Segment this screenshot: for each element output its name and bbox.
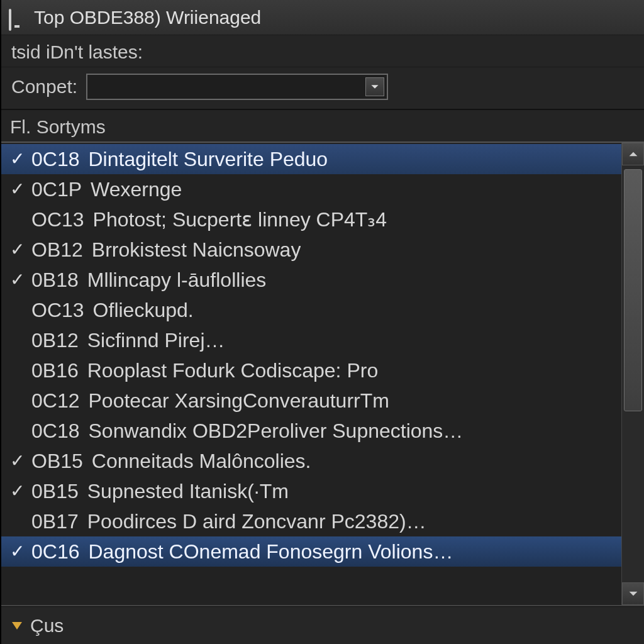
list-item[interactable]: ✓0B18Mllincapy l-āuflollies — [1, 265, 621, 295]
list-item[interactable]: 0B17Poodirces D aird Zoncvanr Pc2382)… — [1, 506, 621, 536]
subheader-label: tsid iDn't lastes: — [1, 35, 644, 67]
list-item[interactable]: OC13Oflieckupd. — [1, 295, 621, 325]
item-list[interactable]: ✓0C18Dintagitelt Surverite Peduo✓0C1PWex… — [1, 143, 621, 605]
scroll-down-button[interactable] — [622, 582, 644, 605]
item-code: 0C12 — [31, 389, 80, 413]
disclosure-triangle-icon[interactable] — [10, 619, 24, 633]
checkmark-icon[interactable]: ✓ — [8, 482, 26, 500]
vertical-scrollbar[interactable] — [621, 143, 644, 605]
scroll-thumb[interactable] — [624, 169, 642, 411]
item-code: OC13 — [31, 299, 84, 322]
checkmark-icon[interactable]: ✓ — [8, 150, 26, 168]
item-text: Dintagitelt Surverite Peduo — [89, 148, 328, 171]
item-text: Pootecar XarsingConverauturrTm — [89, 389, 389, 413]
list-container: ✓0C18Dintagitelt Surverite Peduo✓0C1PWex… — [1, 142, 644, 606]
item-text: Mllincapy l-āuflollies — [87, 269, 267, 292]
chevron-down-icon — [370, 82, 379, 91]
item-text: Oflieckupd. — [93, 299, 194, 322]
checkmark-icon[interactable]: ✓ — [8, 180, 26, 198]
checkmark-icon[interactable]: ✓ — [8, 241, 26, 258]
item-code: OB15 — [31, 450, 83, 473]
item-text: Photost; Sucpertɛ linney CP4T₃4 — [93, 208, 387, 231]
item-code: 0C16 — [31, 540, 80, 564]
list-item[interactable]: 0B12Sicfinnd Pirej… — [1, 325, 621, 355]
window-icon — [9, 10, 26, 25]
checkmark-icon[interactable]: ✓ — [8, 452, 26, 470]
title-bar: Top OBDE388) Wriienaged — [1, 0, 644, 35]
item-code: 0B12 — [31, 329, 79, 352]
filter-row: Conpet: — [1, 67, 644, 110]
app-window: Top OBDE388) Wriienaged tsid iDn't laste… — [0, 0, 644, 644]
item-code: 0C18 — [31, 419, 80, 443]
item-code: OB12 — [31, 238, 83, 262]
list-item[interactable]: 0C18Sonwandix OBD2Peroliver Supnections… — [1, 416, 621, 446]
list-item[interactable]: ✓OB15Conneitads Malôncolies. — [1, 446, 621, 476]
item-text: Sonwandix OBD2Peroliver Supnections… — [89, 419, 464, 443]
combobox-dropdown-button[interactable] — [365, 77, 384, 96]
item-text: Brrokistest Naicnsoway — [92, 238, 301, 262]
item-code: 0C18 — [31, 148, 80, 171]
footer-section[interactable]: Çus — [1, 606, 644, 644]
scroll-up-button[interactable] — [622, 143, 644, 165]
window-title: Top OBDE388) Wriienaged — [34, 7, 261, 28]
item-text: Rooplast Fodurk Codiscape: Pro — [87, 359, 378, 382]
chevron-down-icon — [628, 589, 638, 599]
chevron-up-icon — [628, 149, 638, 159]
item-text: Supnested Itanisk(·Tm — [87, 480, 289, 503]
item-text: Dagnost COnemad Fonosegrn Volions… — [89, 540, 453, 564]
checkmark-icon[interactable]: ✓ — [8, 271, 26, 289]
list-item[interactable]: ✓0C16Dagnost COnemad Fonosegrn Volions… — [1, 536, 621, 567]
list-item[interactable]: ✓0C1PWexernge — [1, 174, 621, 204]
checkmark-icon[interactable]: ✓ — [8, 543, 26, 560]
item-code: 0C1P — [31, 178, 82, 201]
footer-label: Çus — [30, 615, 64, 636]
list-section-label: Fl. Sortyms — [1, 110, 644, 142]
list-item[interactable]: ✓0B15Supnested Itanisk(·Tm — [1, 476, 621, 506]
item-text: Conneitads Malôncolies. — [92, 450, 311, 473]
item-code: 0B16 — [31, 359, 79, 382]
filter-label: Conpet: — [11, 76, 77, 97]
list-item[interactable]: 0C12Pootecar XarsingConverauturrTm — [1, 386, 621, 416]
item-text: Sicfinnd Pirej… — [87, 329, 225, 352]
list-item[interactable]: ✓0C18Dintagitelt Surverite Peduo — [1, 144, 621, 174]
scroll-track[interactable] — [622, 165, 644, 582]
item-text: Wexernge — [91, 178, 182, 201]
item-text: Poodirces D aird Zoncvanr Pc2382)… — [87, 510, 426, 533]
item-code: 0B18 — [31, 269, 79, 292]
filter-combobox[interactable] — [86, 74, 388, 100]
list-item[interactable]: ✓OB12Brrokistest Naicnsoway — [1, 235, 621, 265]
list-item[interactable]: OC13Photost; Sucpertɛ linney CP4T₃4 — [1, 204, 621, 235]
item-code: 0B17 — [31, 510, 79, 533]
list-item[interactable]: 0B16Rooplast Fodurk Codiscape: Pro — [1, 355, 621, 386]
item-code: 0B15 — [31, 480, 79, 503]
item-code: OC13 — [31, 208, 84, 231]
